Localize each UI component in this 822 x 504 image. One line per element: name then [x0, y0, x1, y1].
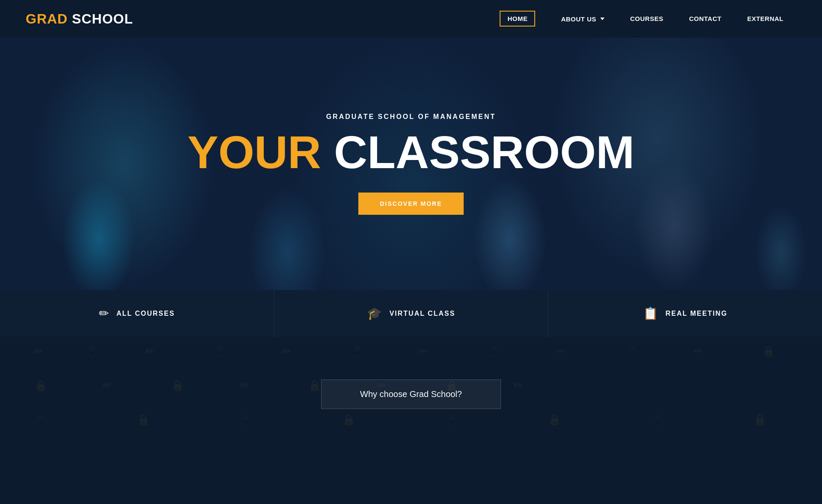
why-choose-text: Why choose Grad School?	[360, 389, 462, 399]
feature-box-all-courses[interactable]: ✏ ALL COURSES	[0, 290, 274, 337]
deco-icon-20: ✏	[514, 379, 522, 391]
nav-link-about[interactable]: ABOUT US	[561, 15, 604, 23]
bottom-section: ✏ 📱 ✏ 📱 ✏ 📱 ✏ 📱 ✏ 📱 ✏ 🔒 🔒 ✏ 🔒 ✏ 🔒 ✏ 🔒 ✏ …	[0, 337, 822, 452]
feature-label-real-meeting: REAL MEETING	[666, 310, 728, 317]
deco-icon-3: ✏	[146, 345, 154, 357]
graduation-cap-icon: 🎓	[367, 306, 382, 320]
deco-icon-14: ✏	[103, 379, 111, 391]
deco-icon-4: 📱	[214, 345, 227, 357]
deco-icon-28: 🔒	[754, 414, 766, 426]
nav-item-courses[interactable]: COURSES	[617, 15, 676, 23]
deco-icon-6: 📱	[351, 345, 364, 357]
chevron-down-icon	[600, 18, 605, 20]
deco-icon-11: ✏	[694, 345, 702, 357]
nav-link-external[interactable]: EXTERNAL	[747, 15, 783, 22]
deco-icon-22: 🔒	[137, 414, 150, 426]
deco-icon-9: ✏	[557, 345, 565, 357]
feature-label-all-courses: ALL COURSES	[116, 310, 175, 317]
hero-section: GRADUATE SCHOOL OF MANAGEMENT YOUR CLASS…	[0, 38, 822, 290]
deco-icon-26: 🔒	[548, 414, 561, 426]
notebook-icon: 📋	[643, 306, 658, 320]
deco-icon-17: 🔒	[308, 379, 321, 391]
feature-box-real-meeting[interactable]: 📋 REAL MEETING	[548, 290, 822, 337]
feature-boxes: ✏ ALL COURSES 🎓 VIRTUAL CLASS 📋 REAL MEE…	[0, 290, 822, 337]
pencil-icon: ✏	[99, 306, 109, 320]
hero-title: YOUR CLASSROOM	[188, 129, 634, 175]
deco-icon-25: 📱	[445, 414, 458, 426]
deco-icon-16: ✏	[240, 379, 248, 391]
deco-icon-27: 📱	[651, 414, 664, 426]
deco-icon-24: 🔒	[342, 414, 355, 426]
deco-icon-13: 🔒	[34, 379, 47, 391]
navbar: GRAD SCHOOL HOME ABOUT US COURSES CONTAC…	[0, 0, 822, 38]
feature-box-virtual-class[interactable]: 🎓 VIRTUAL CLASS	[274, 290, 548, 337]
logo[interactable]: GRAD SCHOOL	[26, 11, 133, 27]
nav-link-courses[interactable]: COURSES	[630, 15, 664, 22]
deco-icon-8: 📱	[488, 345, 501, 357]
hero-content: GRADUATE SCHOOL OF MANAGEMENT YOUR CLASS…	[188, 113, 634, 215]
feature-label-virtual-class: VIRTUAL CLASS	[390, 310, 456, 317]
deco-icon-7: ✏	[420, 345, 428, 357]
deco-icon-5: ✏	[283, 345, 291, 357]
nav-item-external[interactable]: EXTERNAL	[734, 15, 796, 23]
hero-subtitle: GRADUATE SCHOOL OF MANAGEMENT	[188, 113, 634, 121]
nav-links: HOME ABOUT US COURSES CONTACT EXTERNAL	[487, 15, 796, 23]
nav-link-contact[interactable]: CONTACT	[689, 15, 721, 22]
discover-more-button[interactable]: DISCOVER MORE	[358, 193, 463, 215]
deco-icon-10: 📱	[625, 345, 638, 357]
nav-item-contact[interactable]: CONTACT	[676, 15, 734, 23]
hero-title-your: YOUR	[188, 126, 321, 178]
nav-link-home[interactable]: HOME	[500, 11, 535, 27]
logo-grad: GRAD	[26, 11, 68, 27]
deco-icon-2: 📱	[86, 345, 98, 357]
deco-icon-15: 🔒	[171, 379, 184, 391]
hero-title-classroom: CLASSROOM	[321, 126, 634, 178]
deco-icon-1: ✏	[34, 345, 43, 357]
logo-school: SCHOOL	[68, 11, 133, 27]
deco-icon-12: 🔒	[762, 345, 775, 357]
why-choose-box[interactable]: Why choose Grad School?	[321, 379, 501, 409]
deco-icon-21: 📱	[34, 414, 47, 426]
nav-item-about[interactable]: ABOUT US	[548, 15, 617, 23]
nav-item-home[interactable]: HOME	[487, 15, 548, 23]
deco-icon-23: 📱	[240, 414, 253, 426]
